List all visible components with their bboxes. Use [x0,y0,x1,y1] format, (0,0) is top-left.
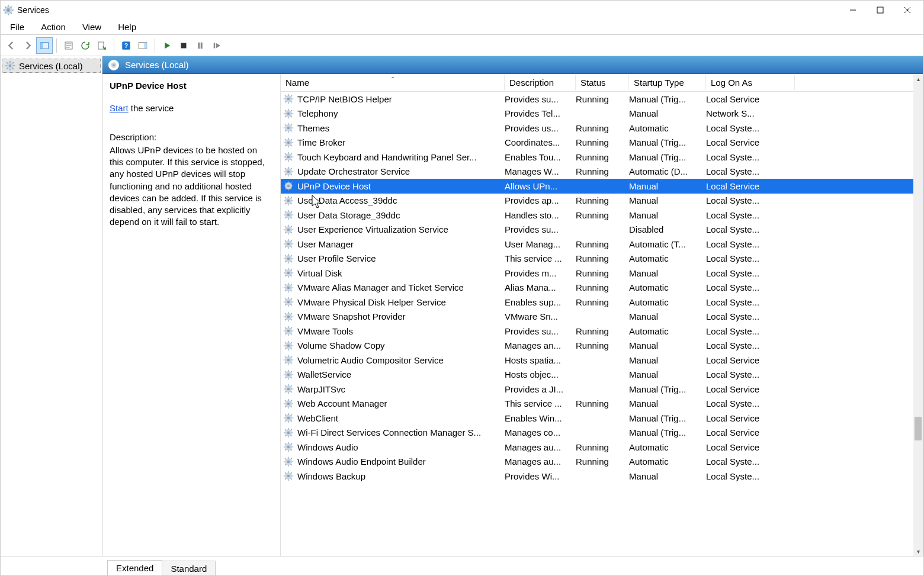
export-list-button[interactable] [94,37,110,54]
service-row[interactable]: UPnP Device HostAllows UPn...ManualLocal… [281,179,923,194]
menu-help[interactable]: Help [110,21,145,33]
gear-icon [283,166,294,177]
gear-icon [283,123,294,133]
forward-button[interactable] [20,37,36,54]
start-service-link[interactable]: Start [110,103,129,113]
detail-pane: UPnP Device Host Start the service Descr… [102,74,280,556]
service-startup-type: Automatic [629,253,706,263]
tab-standard[interactable]: Standard [162,561,216,576]
service-startup-type: Manual [629,195,706,205]
properties-button[interactable] [60,37,77,54]
svg-point-44 [287,272,290,275]
service-row[interactable]: WarpJITSvcProvides a JI...Manual (Trig..… [281,382,923,397]
column-status[interactable]: Status [576,75,629,90]
service-name: Windows Audio Endpoint Builder [297,456,505,466]
service-row[interactable]: Windows AudioManages au...RunningAutomat… [281,440,923,455]
column-description[interactable]: Description [505,75,576,90]
service-status: Running [576,253,629,263]
svg-rect-2 [877,7,883,13]
service-log-on-as: Local Service [706,413,795,423]
service-log-on-as: Local Syste... [706,282,795,292]
svg-point-42 [287,258,290,260]
service-description: Allows UPn... [505,181,576,191]
scroll-track[interactable] [913,83,923,546]
help-button[interactable]: ? [118,37,134,54]
service-startup-type: Manual [629,210,706,220]
service-name: TCP/IP NetBIOS Helper [297,94,505,104]
menu-view[interactable]: View [74,21,110,33]
service-row[interactable]: User Experience Virtualization ServicePr… [281,223,923,237]
service-description: Alias Mana... [505,282,576,292]
vertical-scrollbar[interactable]: ▴ ▾ [913,74,923,556]
start-service-button[interactable] [159,37,175,54]
service-row[interactable]: VMware ToolsProvides su...RunningAutomat… [281,324,923,339]
service-row[interactable]: VMware Physical Disk Helper ServiceEnabl… [281,295,923,310]
tree-root-item[interactable]: Services (Local) [2,59,101,73]
service-row[interactable]: VMware Alias Manager and Ticket ServiceA… [281,281,923,295]
show-hide-action-pane-button[interactable] [134,37,151,54]
pause-service-button[interactable] [192,37,208,54]
service-status: Running [576,340,629,350]
service-startup-type: Automatic [629,123,706,133]
service-description: Manages an... [505,340,576,350]
service-startup-type: Manual [629,268,706,278]
service-status: Running [576,456,629,466]
service-row[interactable]: Update Orchestrator ServiceManages W...R… [281,165,923,179]
show-hide-console-tree-button[interactable] [36,37,53,54]
tab-extended[interactable]: Extended [107,560,162,575]
service-row[interactable]: WebClientEnables Win...Manual (Trig...Lo… [281,411,923,426]
column-name[interactable]: ⌃ Name [281,75,505,90]
service-description: Handles sto... [505,210,576,220]
column-log-on-as[interactable]: Log On As [706,75,795,90]
service-row[interactable]: ThemesProvides us...RunningAutomaticLoca… [281,121,923,136]
service-row[interactable]: Windows Audio Endpoint BuilderManages au… [281,455,923,469]
svg-rect-14 [214,43,215,48]
scroll-down-icon[interactable]: ▾ [913,546,923,556]
service-name: Themes [297,123,505,133]
tabs-bar: Extended Standard [1,556,923,575]
service-log-on-as: Local Syste... [706,297,795,307]
menu-file[interactable]: File [2,21,33,33]
restart-service-button[interactable] [208,37,225,54]
service-row[interactable]: User Data Access_39ddcProvides ap...Runn… [281,194,923,208]
maximize-button[interactable] [867,1,894,19]
service-startup-type: Manual [629,340,706,350]
scroll-thumb[interactable] [915,417,922,440]
minimize-button[interactable] [839,1,867,19]
service-log-on-as: Local Syste... [706,253,795,263]
service-name: Volumetric Audio Compositor Service [297,355,505,365]
service-row[interactable]: Wi-Fi Direct Services Connection Manager… [281,426,923,440]
close-button[interactable] [894,1,921,19]
service-row[interactable]: Touch Keyboard and Handwriting Panel Ser… [281,150,923,165]
service-row[interactable]: User ManagerUser Manag...RunningAutomati… [281,237,923,252]
service-row[interactable]: VMware Snapshot ProviderVMware Sn...Manu… [281,310,923,324]
service-description: Provides su... [505,94,576,104]
service-row[interactable]: Volume Shadow CopyManages an...RunningMa… [281,339,923,353]
scroll-up-icon[interactable]: ▴ [913,74,923,83]
refresh-button[interactable] [77,37,94,54]
service-startup-type: Manual [629,471,706,481]
service-status: Running [576,137,629,147]
back-button[interactable] [3,37,20,54]
service-row[interactable]: Volumetric Audio Compositor ServiceHosts… [281,353,923,368]
service-row[interactable]: TelephonyProvides Tel...ManualNetwork S.… [281,107,923,121]
gear-icon [283,152,294,162]
service-row[interactable]: Virtual DiskProvides m...RunningManualLo… [281,266,923,281]
service-startup-type: Automatic [629,282,706,292]
gear-icon [283,427,294,438]
service-row[interactable]: Time BrokerCoordinates...RunningManual (… [281,136,923,150]
service-row[interactable]: WalletServiceHosts objec...ManualLocal S… [281,368,923,382]
service-log-on-as: Local Syste... [706,195,795,205]
service-row[interactable]: TCP/IP NetBIOS HelperProvides su...Runni… [281,92,923,107]
menu-action[interactable]: Action [33,21,74,33]
service-row[interactable]: Windows BackupProvides Wi...ManualLocal … [281,469,923,484]
service-row[interactable]: User Data Storage_39ddcHandles sto...Run… [281,208,923,223]
gear-icon [5,60,15,71]
content-header-label: Services (Local) [125,60,189,70]
service-row[interactable]: User Profile ServiceThis service ...Runn… [281,252,923,266]
service-row[interactable]: Web Account ManagerThis service ...Runni… [281,397,923,411]
svg-point-18 [113,64,115,66]
stop-service-button[interactable] [175,37,192,54]
svg-point-68 [287,446,290,449]
column-startup-type[interactable]: Startup Type [629,75,706,90]
